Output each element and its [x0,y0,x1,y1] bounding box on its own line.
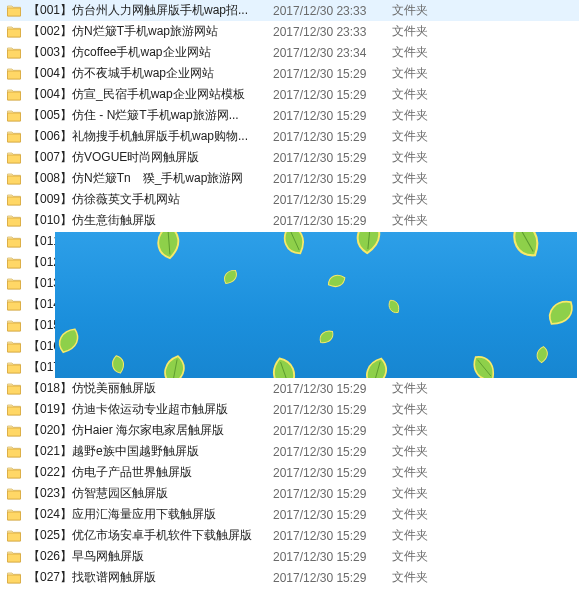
file-row[interactable]: 【016】 [0,336,579,357]
file-name: 【013】 [28,275,273,292]
file-name: 【007】仿VOGUE时尚网触屏版 [28,149,273,166]
file-row[interactable]: 【023】仿智慧园区触屏版2017/12/30 15:29文件夹 [0,483,579,504]
file-row[interactable]: 【018】仿悦美丽触屏版2017/12/30 15:29文件夹 [0,378,579,399]
file-name: 【011】 [28,233,273,250]
file-row[interactable]: 【019】仿迪卡侬运动专业超市触屏版2017/12/30 15:29文件夹 [0,399,579,420]
file-date: 2017/12/30 15:29 [273,88,392,102]
folder-icon [6,486,22,502]
file-name: 【004】仿宣_民宿手机wap企业网站模板 [28,86,273,103]
file-type: 文件夹 [392,212,472,229]
folder-icon [6,507,22,523]
file-type: 文件夹 [392,569,472,586]
file-row[interactable]: 【004】仿不夜城手机wap企业网站2017/12/30 15:29文件夹 [0,63,579,84]
file-date: 2017/12/30 15:29 [273,529,392,543]
file-type: 文件夹 [392,128,472,145]
folder-icon [6,465,22,481]
file-name: 【002】仿N烂簸T手机wap旅游网站 [28,23,273,40]
folder-icon [6,360,22,376]
file-name: 【020】仿Haier 海尔家电家居触屏版 [28,422,273,439]
file-date: 2017/12/30 15:29 [273,130,392,144]
file-name: 【015】 [28,317,273,334]
file-date: 2017/12/30 15:29 [273,403,392,417]
folder-icon [6,234,22,250]
folder-icon [6,24,22,40]
file-name: 【012】 [28,254,273,271]
file-row[interactable]: 【008】仿N烂簸Tn 猤_手机wap旅游网2017/12/30 15:29文件… [0,168,579,189]
file-row[interactable]: 【015】 [0,315,579,336]
folder-icon [6,297,22,313]
folder-icon [6,3,22,19]
file-row[interactable]: 【006】礼物搜手机触屏版手机wap购物...2017/12/30 15:29文… [0,126,579,147]
folder-icon [6,213,22,229]
folder-icon [6,570,22,586]
file-date: 2017/12/30 23:33 [273,25,392,39]
file-name: 【027】找歌谱网触屏版 [28,569,273,586]
file-row[interactable]: 【026】早鸟网触屏版2017/12/30 15:29文件夹 [0,546,579,567]
file-type: 文件夹 [392,506,472,523]
file-name: 【010】仿生意街触屏版 [28,212,273,229]
file-row[interactable]: 【003】仿coffee手机wap企业网站2017/12/30 23:34文件夹 [0,42,579,63]
file-row[interactable]: 【009】仿徐薇英文手机网站2017/12/30 15:29文件夹 [0,189,579,210]
file-row[interactable]: 【011】 [0,231,579,252]
folder-icon [6,528,22,544]
file-row[interactable]: 【020】仿Haier 海尔家电家居触屏版2017/12/30 15:29文件夹 [0,420,579,441]
file-date: 2017/12/30 15:29 [273,550,392,564]
file-type: 文件夹 [392,527,472,544]
file-date: 2017/12/30 15:29 [273,571,392,585]
file-row[interactable]: 【005】仿住 - N烂簸T手机wap旅游网...2017/12/30 15:2… [0,105,579,126]
file-row[interactable]: 【012】 [0,252,579,273]
folder-icon [6,192,22,208]
folder-icon [6,129,22,145]
file-name: 【003】仿coffee手机wap企业网站 [28,44,273,61]
file-type: 文件夹 [392,485,472,502]
file-row[interactable]: 【014】 [0,294,579,315]
file-name: 【022】仿电子产品世界触屏版 [28,464,273,481]
file-name: 【014】 [28,296,273,313]
file-name: 【026】早鸟网触屏版 [28,548,273,565]
folder-icon [6,444,22,460]
file-row[interactable]: 【010】仿生意街触屏版2017/12/30 15:29文件夹 [0,210,579,231]
file-date: 2017/12/30 15:29 [273,193,392,207]
file-type: 文件夹 [392,422,472,439]
file-row[interactable]: 【017】 [0,357,579,378]
file-row[interactable]: 【022】仿电子产品世界触屏版2017/12/30 15:29文件夹 [0,462,579,483]
folder-icon [6,549,22,565]
file-type: 文件夹 [392,464,472,481]
file-row[interactable]: 【002】仿N烂簸T手机wap旅游网站2017/12/30 23:33文件夹 [0,21,579,42]
file-name: 【017】 [28,359,273,376]
file-row[interactable]: 【025】优亿市场安卓手机软件下载触屏版2017/12/30 15:29文件夹 [0,525,579,546]
file-type: 文件夹 [392,401,472,418]
folder-icon [6,423,22,439]
file-name: 【021】越野e族中国越野触屏版 [28,443,273,460]
file-name: 【001】仿台州人力网触屏版手机wap招... [28,2,273,19]
folder-icon [6,66,22,82]
file-row[interactable]: 【027】找歌谱网触屏版2017/12/30 15:29文件夹 [0,567,579,588]
file-type: 文件夹 [392,107,472,124]
file-date: 2017/12/30 15:29 [273,487,392,501]
file-name: 【024】应用汇海量应用下载触屏版 [28,506,273,523]
file-row[interactable]: 【021】越野e族中国越野触屏版2017/12/30 15:29文件夹 [0,441,579,462]
file-type: 文件夹 [392,23,472,40]
folder-icon [6,45,22,61]
file-row[interactable]: 【001】仿台州人力网触屏版手机wap招...2017/12/30 23:33文… [0,0,579,21]
file-type: 文件夹 [392,2,472,19]
folder-icon [6,402,22,418]
file-date: 2017/12/30 15:29 [273,445,392,459]
file-row[interactable]: 【024】应用汇海量应用下载触屏版2017/12/30 15:29文件夹 [0,504,579,525]
file-name: 【018】仿悦美丽触屏版 [28,380,273,397]
file-date: 2017/12/30 23:34 [273,46,392,60]
file-row[interactable]: 【013】 [0,273,579,294]
file-date: 2017/12/30 15:29 [273,214,392,228]
file-type: 文件夹 [392,170,472,187]
file-date: 2017/12/30 15:29 [273,151,392,165]
file-row[interactable]: 【004】仿宣_民宿手机wap企业网站模板2017/12/30 15:29文件夹 [0,84,579,105]
folder-icon [6,276,22,292]
folder-icon [6,108,22,124]
file-list: 【001】仿台州人力网触屏版手机wap招...2017/12/30 23:33文… [0,0,579,588]
file-name: 【005】仿住 - N烂簸T手机wap旅游网... [28,107,273,124]
file-name: 【009】仿徐薇英文手机网站 [28,191,273,208]
folder-icon [6,318,22,334]
file-row[interactable]: 【007】仿VOGUE时尚网触屏版2017/12/30 15:29文件夹 [0,147,579,168]
file-type: 文件夹 [392,443,472,460]
file-type: 文件夹 [392,86,472,103]
